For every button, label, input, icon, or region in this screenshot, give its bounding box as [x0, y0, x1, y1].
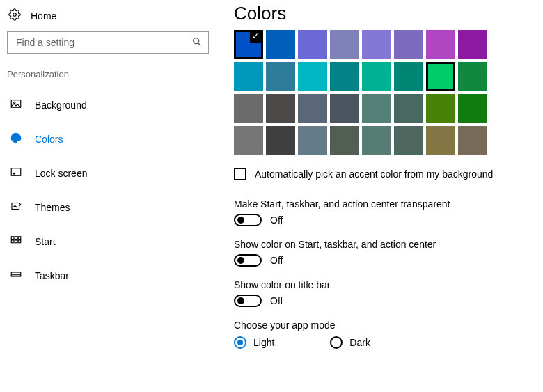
radio-icon	[234, 336, 246, 349]
group-title: Personalization	[0, 69, 216, 88]
color-swatch[interactable]	[330, 30, 359, 59]
color-swatch[interactable]	[426, 62, 455, 91]
sidebar-item-start[interactable]: Start	[0, 224, 216, 258]
svg-rect-15	[11, 240, 14, 243]
toggle-show-color-titlebar[interactable]	[234, 295, 262, 307]
svg-rect-10	[13, 173, 15, 175]
color-swatch[interactable]	[426, 94, 455, 123]
color-swatch[interactable]	[394, 30, 423, 59]
color-swatch[interactable]	[394, 126, 423, 155]
sidebar-item-taskbar[interactable]: Taskbar	[0, 258, 216, 292]
color-swatch[interactable]	[266, 62, 295, 91]
svg-rect-14	[19, 237, 21, 240]
svg-rect-18	[11, 272, 21, 276]
palette-icon	[10, 132, 22, 146]
toggle-transparency[interactable]	[234, 214, 262, 226]
sidebar-item-label: Lock screen	[35, 168, 87, 179]
color-swatch[interactable]	[394, 94, 423, 123]
sidebar-item-label: Colors	[35, 134, 63, 145]
setting-label: Show color on Start, taskbar, and action…	[234, 239, 522, 250]
svg-line-2	[198, 42, 201, 45]
search-icon	[191, 36, 203, 49]
svg-rect-9	[11, 168, 21, 176]
color-swatch[interactable]	[362, 30, 391, 59]
color-swatch[interactable]	[266, 126, 295, 155]
setting-label: Make Start, taskbar, and action center t…	[234, 198, 522, 210]
svg-point-8	[18, 137, 19, 139]
home-label: Home	[31, 10, 56, 22]
start-icon	[10, 234, 22, 249]
setting-label: Show color on title bar	[234, 279, 522, 290]
color-swatch[interactable]	[330, 126, 359, 155]
svg-point-1	[194, 38, 199, 43]
color-swatch[interactable]	[266, 94, 295, 123]
color-swatch[interactable]	[362, 62, 391, 91]
color-swatch[interactable]	[458, 62, 487, 91]
setting-transparency: Make Start, taskbar, and action center t…	[234, 198, 522, 226]
color-swatch[interactable]	[234, 94, 263, 123]
color-swatch[interactable]	[266, 30, 295, 59]
color-swatch[interactable]	[330, 94, 359, 123]
color-swatch[interactable]	[234, 126, 263, 155]
sidebar-item-label: Taskbar	[35, 270, 69, 281]
svg-rect-12	[11, 237, 14, 240]
sidebar-item-background[interactable]: Background	[0, 88, 216, 122]
toggle-value: Off	[270, 255, 283, 266]
svg-point-5	[13, 137, 15, 139]
picture-icon	[10, 97, 22, 112]
svg-rect-16	[15, 240, 18, 243]
themes-icon	[10, 200, 22, 214]
color-swatch[interactable]	[330, 62, 359, 91]
sidebar-item-label: Themes	[35, 202, 70, 213]
page-title: Colors	[234, 3, 522, 24]
search-box[interactable]	[7, 31, 209, 54]
search-input[interactable]	[15, 36, 191, 49]
color-swatch[interactable]	[234, 62, 263, 91]
sidebar-item-themes[interactable]: Themes	[0, 190, 216, 224]
color-swatch-grid: ✓	[234, 30, 522, 155]
color-swatch[interactable]	[394, 62, 423, 91]
svg-point-0	[13, 13, 17, 17]
color-swatch[interactable]	[298, 126, 327, 155]
radio-light[interactable]: Light	[234, 336, 274, 349]
taskbar-icon	[10, 268, 22, 283]
sidebar: Home Personalization Background Colors L…	[0, 0, 216, 361]
setting-show-color-titlebar: Show color on title bar Off	[234, 279, 522, 307]
check-icon: ✓	[250, 31, 261, 42]
color-swatch[interactable]	[298, 30, 327, 59]
color-swatch[interactable]	[298, 94, 327, 123]
toggle-value: Off	[270, 214, 283, 226]
color-swatch[interactable]	[458, 30, 487, 59]
radio-dark[interactable]: Dark	[330, 336, 370, 349]
svg-point-6	[15, 135, 16, 136]
main-panel: Colors ✓ Automatically pick an accent co…	[216, 0, 543, 361]
radio-label: Light	[253, 337, 274, 348]
svg-rect-17	[19, 240, 21, 243]
setting-show-color-start: Show color on Start, taskbar, and action…	[234, 239, 522, 267]
color-swatch[interactable]	[458, 126, 487, 155]
color-swatch[interactable]	[362, 94, 391, 123]
auto-pick-checkbox[interactable]: Automatically pick an accent color from …	[234, 168, 522, 180]
color-swatch[interactable]	[426, 126, 455, 155]
radio-icon	[330, 336, 343, 349]
color-swatch[interactable]	[362, 126, 391, 155]
toggle-show-color-start[interactable]	[234, 254, 262, 267]
checkbox-icon	[234, 168, 246, 180]
sidebar-item-colors[interactable]: Colors	[0, 122, 216, 156]
radio-label: Dark	[349, 337, 370, 348]
home-link[interactable]: Home	[0, 6, 216, 31]
auto-pick-label: Automatically pick an accent color from …	[255, 168, 493, 180]
color-swatch[interactable]	[426, 30, 455, 59]
sidebar-item-lockscreen[interactable]: Lock screen	[0, 156, 216, 190]
toggle-value: Off	[270, 295, 283, 306]
gear-icon	[8, 8, 21, 23]
lockscreen-icon	[10, 166, 22, 180]
setting-app-mode: Choose your app mode Light Dark	[234, 320, 522, 349]
sidebar-item-label: Start	[35, 236, 56, 247]
color-swatch[interactable]	[298, 62, 327, 91]
color-swatch[interactable]	[458, 94, 487, 123]
color-swatch[interactable]: ✓	[234, 30, 263, 59]
svg-point-7	[17, 135, 19, 136]
sidebar-item-label: Background	[35, 100, 87, 111]
svg-rect-13	[15, 237, 18, 240]
